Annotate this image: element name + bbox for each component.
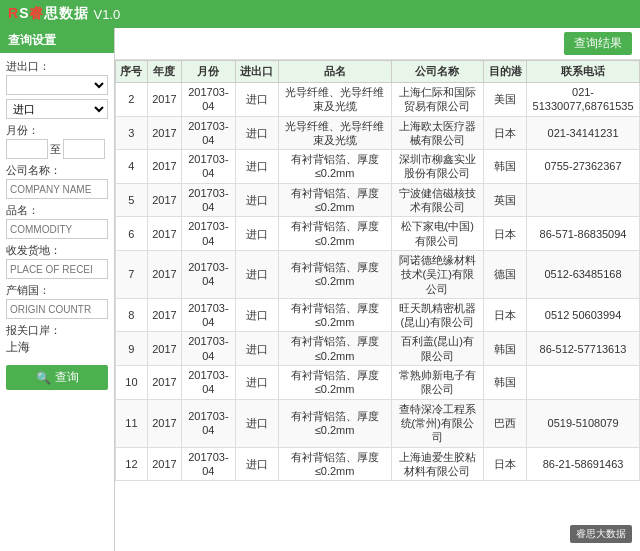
data-table-container[interactable]: 序号 年度 月份 进出口 品名 公司名称 目的港 联系电话 2201720170… xyxy=(115,60,640,551)
cell-dest: 韩国 xyxy=(483,332,526,366)
cell-io: 进口 xyxy=(235,366,278,400)
origin-country-field: 产销国： xyxy=(6,283,108,319)
cell-phone: 86-571-86835094 xyxy=(527,217,640,251)
cell-io: 进口 xyxy=(235,399,278,447)
table-row: 112017201703-04进口有衬背铝箔、厚度≤0.2mm查特深冷工程系统(… xyxy=(116,399,640,447)
cell-year: 2017 xyxy=(147,150,181,184)
cell-month: 201703-04 xyxy=(182,366,235,400)
receipt-place-input[interactable] xyxy=(6,259,108,279)
import-export-label: 进出口： xyxy=(6,59,108,74)
app-header: RS睿思数据 V1.0 xyxy=(0,0,640,28)
table-row: 32017201703-04进口光导纤维、光导纤维束及光缆上海欧太医疗器械有限公… xyxy=(116,116,640,150)
cell-seq: 8 xyxy=(116,298,148,332)
cell-product: 光导纤维、光导纤维束及光缆 xyxy=(278,83,391,117)
cell-month: 201703-04 xyxy=(182,447,235,481)
col-header-product: 品名 xyxy=(278,61,391,83)
cell-month: 201703-04 xyxy=(182,332,235,366)
cell-year: 2017 xyxy=(147,366,181,400)
cell-company: 旺天凯精密机器(昆山)有限公司 xyxy=(391,298,483,332)
table-row: 82017201703-04进口有衬背铝箔、厚度≤0.2mm旺天凯精密机器(昆山… xyxy=(116,298,640,332)
cell-dest: 德国 xyxy=(483,250,526,298)
table-row: 42017201703-04进口有衬背铝箔、厚度≤0.2mm深圳市柳鑫实业股份有… xyxy=(116,150,640,184)
cell-phone: 0512 50603994 xyxy=(527,298,640,332)
cell-phone: 86-21-58691463 xyxy=(527,447,640,481)
cell-phone: 0755-27362367 xyxy=(527,150,640,184)
cell-io: 进口 xyxy=(235,116,278,150)
content-area: 查询结果 序号 年度 月份 进出口 品名 公司名称 目的港 联系电话 xyxy=(115,28,640,551)
cell-io: 进口 xyxy=(235,298,278,332)
cell-phone: 86-512-57713613 xyxy=(527,332,640,366)
month-label: 月份： xyxy=(6,123,108,138)
date-separator: 至 xyxy=(50,142,61,157)
result-button[interactable]: 查询结果 xyxy=(564,32,632,55)
cell-company: 上海仁际和国际贸易有限公司 xyxy=(391,83,483,117)
cell-month: 201703-04 xyxy=(182,183,235,217)
cell-year: 2017 xyxy=(147,332,181,366)
cell-seq: 7 xyxy=(116,250,148,298)
cell-year: 2017 xyxy=(147,447,181,481)
cell-product: 有衬背铝箔、厚度≤0.2mm xyxy=(278,183,391,217)
cell-io: 进口 xyxy=(235,183,278,217)
search-icon: 🔍 xyxy=(36,371,51,385)
cell-seq: 3 xyxy=(116,116,148,150)
month-from-input[interactable] xyxy=(6,139,48,159)
cell-year: 2017 xyxy=(147,116,181,150)
customs-port-label: 报关口岸： xyxy=(6,323,108,338)
product-name-input[interactable] xyxy=(6,219,108,239)
cell-phone: 021-51330077,68761535 xyxy=(527,83,640,117)
cell-company: 深圳市柳鑫实业股份有限公司 xyxy=(391,150,483,184)
cell-company: 阿诺德绝缘材料技术(吴江)有限公司 xyxy=(391,250,483,298)
table-row: 52017201703-04进口有衬背铝箔、厚度≤0.2mm宁波健信磁核技术有限… xyxy=(116,183,640,217)
cell-io: 进口 xyxy=(235,447,278,481)
cell-dest: 日本 xyxy=(483,217,526,251)
cell-company: 查特深冷工程系统(常州)有限公司 xyxy=(391,399,483,447)
product-name-field: 品名： xyxy=(6,203,108,239)
col-header-io: 进出口 xyxy=(235,61,278,83)
cell-dest: 美国 xyxy=(483,83,526,117)
col-header-month: 月份 xyxy=(182,61,235,83)
cell-product: 有衬背铝箔、厚度≤0.2mm xyxy=(278,447,391,481)
query-button-label: 查询 xyxy=(55,369,79,386)
logo: RS睿思数据 xyxy=(8,5,89,23)
cell-dest: 日本 xyxy=(483,116,526,150)
cell-io: 进口 xyxy=(235,150,278,184)
cell-seq: 9 xyxy=(116,332,148,366)
cell-io: 进口 xyxy=(235,217,278,251)
company-name-input[interactable] xyxy=(6,179,108,199)
cell-phone: 0519-5108079 xyxy=(527,399,640,447)
app-version: V1.0 xyxy=(93,7,120,22)
origin-country-label: 产销国： xyxy=(6,283,108,298)
import-select[interactable]: 进口 xyxy=(6,99,108,119)
import-export-select[interactable] xyxy=(6,75,108,95)
sidebar-header: 查询设置 xyxy=(0,28,114,53)
month-to-input[interactable] xyxy=(63,139,105,159)
table-row: 62017201703-04进口有衬背铝箔、厚度≤0.2mm松下家电(中国)有限… xyxy=(116,217,640,251)
cell-phone xyxy=(527,183,640,217)
col-header-year: 年度 xyxy=(147,61,181,83)
table-header-row: 序号 年度 月份 进出口 品名 公司名称 目的港 联系电话 xyxy=(116,61,640,83)
cell-product: 有衬背铝箔、厚度≤0.2mm xyxy=(278,332,391,366)
cell-product: 有衬背铝箔、厚度≤0.2mm xyxy=(278,217,391,251)
cell-month: 201703-04 xyxy=(182,217,235,251)
cell-seq: 4 xyxy=(116,150,148,184)
import-export-field: 进出口： xyxy=(6,59,108,95)
cell-year: 2017 xyxy=(147,250,181,298)
col-header-company: 公司名称 xyxy=(391,61,483,83)
cell-year: 2017 xyxy=(147,298,181,332)
cell-seq: 5 xyxy=(116,183,148,217)
cell-dest: 韩国 xyxy=(483,366,526,400)
cell-year: 2017 xyxy=(147,83,181,117)
content-header: 查询结果 xyxy=(115,28,640,60)
customs-port-value: 上海 xyxy=(6,339,108,356)
query-button[interactable]: 🔍 查询 xyxy=(6,365,108,390)
origin-country-input[interactable] xyxy=(6,299,108,319)
cell-dest: 韩国 xyxy=(483,150,526,184)
table-body: 22017201703-04进口光导纤维、光导纤维束及光缆上海仁际和国际贸易有限… xyxy=(116,83,640,481)
cell-phone: 021-34141231 xyxy=(527,116,640,150)
cell-seq: 11 xyxy=(116,399,148,447)
col-header-phone: 联系电话 xyxy=(527,61,640,83)
month-field: 月份： 至 xyxy=(6,123,108,159)
col-header-seq: 序号 xyxy=(116,61,148,83)
cell-company: 上海欧太医疗器械有限公司 xyxy=(391,116,483,150)
data-table: 序号 年度 月份 进出口 品名 公司名称 目的港 联系电话 2201720170… xyxy=(115,60,640,481)
